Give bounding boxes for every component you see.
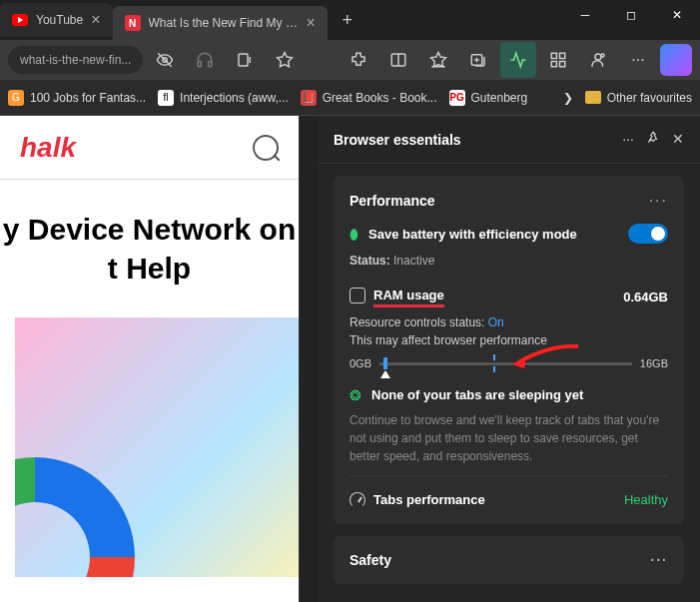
sleeping-tabs-title: None of your tabs are sleeping yet — [371, 387, 583, 402]
annotation-arrow — [510, 344, 580, 374]
performance-menu-icon[interactable]: ··· — [649, 192, 668, 210]
more-icon[interactable]: ··· — [620, 42, 656, 78]
efficiency-toggle[interactable] — [628, 224, 668, 244]
browser-essentials-icon[interactable] — [500, 42, 536, 78]
search-icon[interactable] — [253, 135, 279, 161]
tab-active[interactable]: N What Is the New Find My Devic × — [113, 6, 328, 40]
split-icon[interactable] — [380, 42, 416, 78]
folder-icon — [585, 91, 601, 104]
leaf-icon: ⬮ — [350, 226, 358, 243]
site-logo: halk — [20, 132, 76, 164]
bookmark-item[interactable]: 📕Great Books - Book... — [301, 90, 437, 106]
svg-rect-12 — [560, 53, 565, 58]
ram-usage-label: RAM usage — [350, 286, 444, 307]
svg-rect-4 — [239, 54, 248, 66]
extensions-icon[interactable] — [341, 42, 376, 78]
tab-label: YouTube — [36, 13, 83, 27]
youtube-icon — [12, 12, 28, 28]
article-title: y Device Network on t Help — [0, 180, 299, 317]
favorite-icon[interactable] — [267, 42, 303, 78]
bookmark-item[interactable]: PGGutenberg — [449, 90, 528, 106]
read-aloud-icon[interactable] — [227, 42, 263, 78]
close-icon[interactable]: × — [91, 11, 100, 29]
favorites-list-icon[interactable] — [420, 42, 456, 78]
headphones-icon[interactable] — [187, 42, 223, 78]
svg-rect-3 — [209, 62, 212, 67]
bookmark-item[interactable]: G100 Jobs for Fantas... — [8, 90, 146, 106]
tabs-performance-value: Healthy — [624, 492, 668, 507]
address-bar[interactable]: what-is-the-new-fin... — [8, 46, 143, 74]
bookmark-item[interactable]: flInterjections (aww,... — [158, 90, 289, 106]
copilot-icon[interactable] — [660, 44, 692, 76]
grid-icon[interactable] — [540, 42, 576, 78]
svg-point-16 — [601, 54, 604, 57]
panel-title: Browser essentials — [334, 132, 461, 148]
efficiency-label: Save battery with efficiency mode — [368, 227, 577, 242]
safety-heading: Safety — [350, 552, 391, 568]
bookmarks-overflow[interactable]: ❯ — [563, 91, 573, 105]
panel-more-icon[interactable]: ··· — [622, 131, 634, 148]
close-panel-icon[interactable]: ✕ — [672, 131, 684, 148]
ram-slider[interactable] — [379, 362, 632, 365]
svg-rect-11 — [551, 53, 556, 58]
performance-warning: This may affect browser performance — [350, 333, 668, 347]
speedometer-icon — [350, 492, 365, 508]
close-icon[interactable]: × — [307, 14, 316, 32]
tracking-icon[interactable] — [147, 42, 183, 78]
status-line: Status: Inactive — [350, 254, 668, 268]
new-tab-button[interactable]: + — [332, 4, 363, 36]
svg-rect-2 — [199, 62, 202, 67]
page-scrollbar[interactable] — [300, 116, 318, 602]
slider-min-label: 0GB — [350, 357, 371, 369]
tabs-performance-label: Tabs performance — [350, 490, 485, 508]
collections-icon[interactable] — [460, 42, 496, 78]
sleeping-tabs-desc: Continue to browse and we'll keep track … — [350, 411, 668, 465]
page-content: halk y Device Network on t Help — [0, 116, 300, 602]
ram-usage-value: 0.64GB — [623, 290, 668, 304]
tab-youtube[interactable]: YouTube × — [0, 3, 113, 37]
resource-controls-link[interactable]: On — [488, 315, 504, 329]
chip-icon — [350, 288, 365, 303]
svg-rect-13 — [551, 62, 556, 67]
svg-rect-14 — [560, 62, 565, 67]
safety-menu-icon[interactable]: ··· — [650, 552, 668, 568]
close-window-button[interactable]: ✕ — [654, 0, 700, 30]
performance-heading: Performance — [350, 193, 435, 209]
other-favourites[interactable]: Other favourites — [585, 91, 692, 105]
site-icon: N — [125, 15, 141, 31]
maximize-button[interactable]: ◻ — [608, 0, 654, 30]
leaf-icon: ❂ — [350, 387, 361, 403]
minimize-button[interactable]: ─ — [562, 0, 608, 30]
pin-icon[interactable] — [646, 131, 660, 148]
profile-icon[interactable] — [580, 42, 616, 78]
svg-point-15 — [595, 54, 601, 60]
slider-max-label: 16GB — [640, 357, 668, 369]
article-image — [15, 317, 300, 577]
tab-label: What Is the New Find My Devic — [149, 16, 299, 30]
resource-controls-status: Resource controls status: On — [350, 315, 668, 329]
